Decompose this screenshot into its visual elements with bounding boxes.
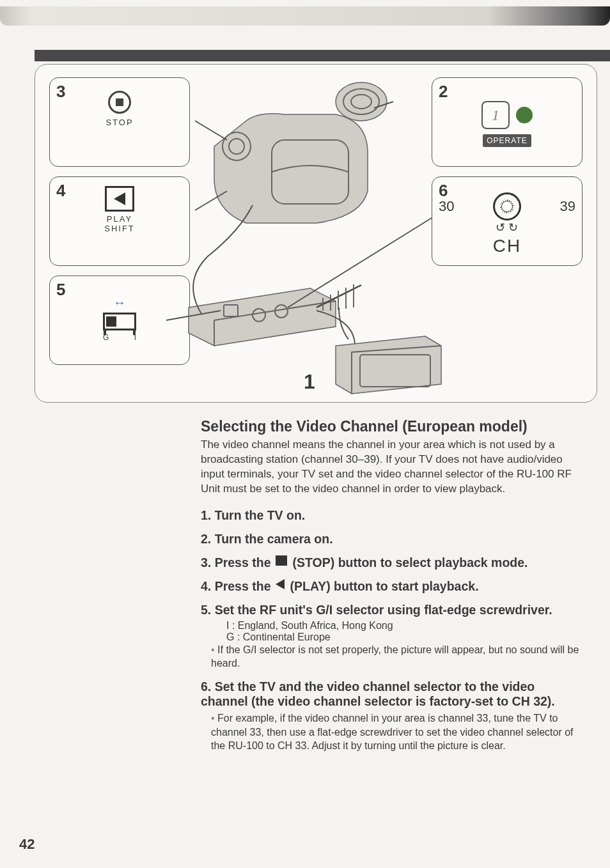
stop-icon [108, 91, 131, 114]
step-2: 2. Turn the camera on. [201, 532, 584, 546]
ch-max: 39 [560, 198, 575, 215]
callout-number: 3 [56, 82, 65, 102]
camcorder-illustration [201, 76, 400, 255]
step-5-note: If the G/I selector is not set properly,… [211, 643, 584, 670]
callout-4-play: 4 PLAY SHIFT [49, 176, 190, 266]
ch-label: CH [439, 236, 575, 256]
setup-diagram: 3 STOP 4 PLAY SHIFT 5 ↔ G I ▮ ▮ [35, 64, 597, 403]
page-top-edge [0, 6, 610, 26]
callout-number: 6 [439, 181, 448, 201]
step-5-i: I : England, South Africa, Hong Kong [226, 620, 584, 632]
step-3: 3. Press the (STOP) button to select pla… [201, 555, 584, 570]
tick-mark: ▮ [132, 328, 136, 336]
tv-illustration [329, 333, 444, 397]
callout-3-stop: 3 STOP [49, 77, 190, 167]
callout-2-operate: 2 1 OPERATE [432, 77, 583, 167]
play-triangle-icon [276, 579, 285, 589]
mode-dial-1: 1 [481, 101, 510, 129]
callout-number: 5 [56, 280, 65, 300]
step-6-note: For example, if the video channel in you… [211, 711, 584, 753]
stop-label: STOP [56, 118, 183, 127]
step-5: 5. Set the RF unit's G/I selector using … [201, 603, 584, 617]
callout-number: 4 [56, 181, 65, 201]
shift-label: SHIFT [56, 224, 183, 233]
page-content: 3 STOP 4 PLAY SHIFT 5 ↔ G I ▮ ▮ [35, 64, 597, 855]
callout-6-channel-selector: 6 30 39 ↺ ↻ CH [432, 176, 583, 266]
channel-dial-icon [493, 192, 521, 221]
intro-paragraph: The video channel means the channel in y… [201, 438, 584, 497]
tick-mark: ▮ [103, 328, 107, 336]
rotate-arrow-icon: ↺ ↻ [439, 221, 575, 235]
diagram-step-1-label: 1 [304, 370, 315, 394]
header-rule [35, 50, 610, 61]
instruction-text: Selecting the Video Channel (European mo… [201, 418, 597, 753]
step-5-g: G : Continental Europe [226, 632, 584, 643]
step-6: 6. Set the TV and the video channel sele… [201, 679, 584, 709]
callout-number: 2 [439, 82, 448, 102]
step-4: 4. Press the (PLAY) button to start play… [201, 579, 584, 594]
stop-square-icon [276, 555, 287, 566]
play-label: PLAY [56, 214, 183, 224]
step-1: 1. Turn the TV on. [201, 508, 584, 523]
play-icon [105, 186, 134, 212]
power-led-icon [516, 107, 533, 123]
page-number: 42 [19, 836, 35, 853]
antenna-icon [310, 275, 368, 314]
operate-badge: OPERATE [483, 134, 531, 147]
section-title: Selecting the Video Channel (European mo… [201, 418, 584, 435]
